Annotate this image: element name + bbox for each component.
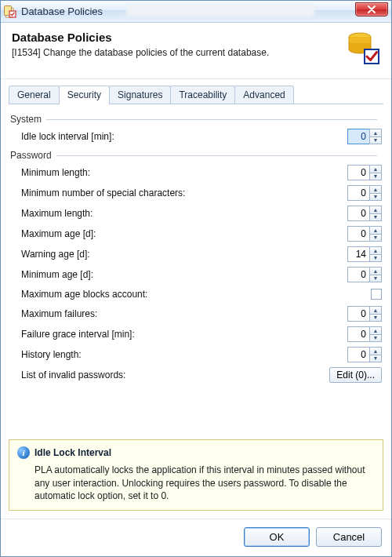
divider [56, 155, 377, 156]
header-icon-group [344, 31, 380, 67]
min-age-input[interactable] [347, 267, 369, 282]
warn-age-label: Warning age [d]: [21, 249, 90, 260]
warn-age-down[interactable]: ▼ [369, 254, 382, 263]
group-password: Password [10, 150, 382, 161]
close-icon [367, 5, 376, 13]
invalid-list-label: List of invalid passwords: [21, 370, 125, 380]
min-special-down[interactable]: ▼ [369, 193, 382, 202]
tab-content-security: System Idle lock interval [min]: ▲ ▼ Pas… [1, 104, 391, 431]
max-length-down[interactable]: ▼ [369, 213, 382, 222]
grace-interval-input[interactable] [347, 326, 369, 342]
max-length-input[interactable] [347, 206, 369, 221]
cancel-button[interactable]: Cancel [316, 527, 382, 547]
min-age-label: Minimum age [d]: [21, 269, 93, 280]
info-title-row: i Idle Lock Interval [17, 446, 375, 459]
group-system-label: System [10, 114, 42, 125]
max-age-input[interactable] [347, 226, 369, 242]
dialog-window: Database Policies Database Policies [I15… [0, 0, 392, 557]
history-length-up[interactable]: ▲ [369, 347, 382, 355]
header-text: Database Policies [I1534] Change the dat… [12, 31, 269, 58]
grace-interval-up[interactable]: ▲ [369, 326, 382, 334]
block-account-checkbox[interactable] [371, 289, 382, 300]
row-block-account: Maximum age blocks account: [10, 285, 382, 304]
ok-button[interactable]: OK [244, 527, 310, 547]
header-subtitle: [I1534] Change the database policies of … [12, 47, 269, 58]
block-account-label: Maximum age blocks account: [21, 289, 147, 300]
idle-lock-down[interactable]: ▼ [369, 137, 382, 145]
grace-interval-down[interactable]: ▼ [369, 334, 382, 343]
min-length-down[interactable]: ▼ [369, 173, 382, 181]
group-system: System [10, 114, 382, 125]
database-policies-icon [4, 5, 16, 18]
row-invalid-list: List of invalid passwords: Edit (0)... [10, 365, 382, 385]
tab-signatures[interactable]: Signatures [109, 86, 171, 104]
footer: OK Cancel [1, 519, 391, 556]
min-length-input[interactable] [347, 165, 369, 180]
max-failures-input[interactable] [347, 306, 369, 322]
min-age-up[interactable]: ▲ [369, 267, 382, 275]
header: Database Policies [I1534] Change the dat… [1, 23, 391, 79]
group-password-label: Password [10, 150, 52, 161]
max-failures-up[interactable]: ▲ [369, 306, 382, 314]
max-age-label: Maximum age [d]: [21, 228, 96, 239]
info-title: Idle Lock Interval [34, 447, 111, 458]
max-failures-down[interactable]: ▼ [369, 314, 382, 322]
tab-security[interactable]: Security [59, 86, 110, 104]
min-length-label: Minimum length: [21, 167, 90, 178]
row-history-length: History length: ▲▼ [10, 344, 382, 365]
min-age-down[interactable]: ▼ [369, 275, 382, 283]
row-warn-age: Warning age [d]: ▲▼ [10, 244, 382, 264]
titlebar: Database Policies [1, 1, 391, 23]
row-min-length: Minimum length: ▲▼ [10, 162, 382, 183]
row-min-special: Minimum number of special characters: ▲▼ [10, 183, 382, 203]
tab-advanced[interactable]: Advanced [234, 86, 293, 104]
row-min-age: Minimum age [d]: ▲▼ [10, 264, 382, 285]
row-max-age: Maximum age [d]: ▲▼ [10, 224, 382, 244]
min-length-up[interactable]: ▲ [369, 165, 382, 173]
history-length-label: History length: [21, 349, 82, 360]
max-failures-label: Maximum failures: [21, 308, 97, 319]
min-special-up[interactable]: ▲ [369, 185, 382, 193]
idle-lock-label: Idle lock interval [min]: [21, 131, 114, 142]
max-age-up[interactable]: ▲ [369, 226, 382, 234]
min-special-input[interactable] [347, 185, 369, 201]
idle-lock-spinner: ▲ ▼ [347, 129, 382, 144]
warn-age-input[interactable] [347, 246, 369, 262]
min-special-label: Minimum number of special characters: [21, 187, 185, 198]
info-body: PLA automatically locks the application … [34, 464, 375, 502]
titlebar-blurred-region [126, 5, 314, 16]
history-length-down[interactable]: ▼ [369, 355, 382, 363]
max-length-label: Maximum length: [21, 208, 93, 219]
window-title: Database Policies [21, 5, 103, 17]
divider [46, 119, 377, 120]
warn-age-up[interactable]: ▲ [369, 246, 382, 254]
history-length-input[interactable] [347, 347, 369, 362]
tabbar: General Security Signatures Traceability… [1, 79, 391, 104]
idle-lock-up[interactable]: ▲ [369, 129, 382, 137]
invalid-list-edit-button[interactable]: Edit (0)... [329, 367, 382, 383]
idle-lock-input[interactable] [347, 129, 369, 144]
header-title: Database Policies [12, 31, 269, 44]
info-icon: i [17, 446, 30, 459]
max-length-up[interactable]: ▲ [369, 206, 382, 213]
row-idle-lock: Idle lock interval [min]: ▲ ▼ [10, 126, 382, 147]
tab-general[interactable]: General [9, 86, 60, 104]
row-grace-interval: Failure grace interval [min]: ▲▼ [10, 324, 382, 344]
row-max-length: Maximum length: ▲▼ [10, 203, 382, 224]
grace-interval-label: Failure grace interval [min]: [21, 329, 135, 340]
tab-traceability[interactable]: Traceability [170, 86, 235, 104]
verify-check-icon [365, 49, 379, 64]
row-max-failures: Maximum failures: ▲▼ [10, 304, 382, 324]
close-button[interactable] [355, 2, 388, 16]
info-panel: i Idle Lock Interval PLA automatically l… [9, 439, 383, 511]
max-age-down[interactable]: ▼ [369, 234, 382, 242]
